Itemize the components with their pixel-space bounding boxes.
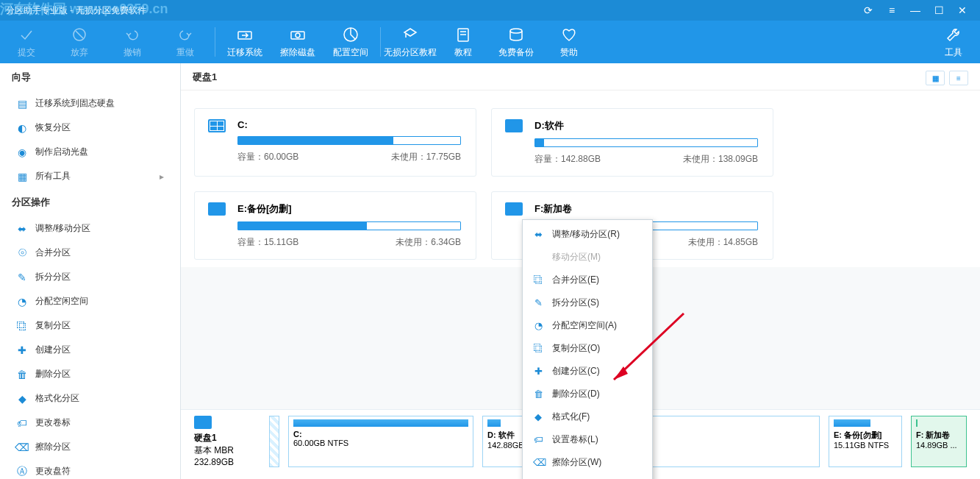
sidebar-item-migrate-ssd[interactable]: ▤迁移系统到固态硬盘 — [0, 91, 180, 116]
format-icon: ◆ — [16, 393, 28, 405]
plus-icon: ✚ — [533, 366, 543, 377]
tag-icon: 🏷 — [533, 434, 543, 445]
sidebar-item-alltools[interactable]: ▦所有工具▸ — [0, 164, 180, 188]
sidebar-item-resize[interactable]: ⬌调整/移动分区 — [0, 216, 180, 241]
ops-header: 分区操作 — [0, 188, 180, 216]
svg-point-9 — [510, 29, 522, 33]
context-menu: ⬌调整/移动分区(R) 移动分区(M) ⿻合并分区(E) ✎拆分分区(S) ◔分… — [522, 219, 653, 479]
view-list-button[interactable]: ≡ — [949, 71, 968, 85]
migrate-button[interactable]: 迁移系统 — [218, 21, 271, 63]
sidebar-item-copy[interactable]: ⿻复制分区 — [0, 313, 180, 338]
partition-c[interactable]: C: 容量：60.00GB未使用：17.75GB — [194, 108, 476, 177]
toolbar: 提交 放弃 撤销 重做 迁移系统 擦除磁盘 配置空间 无损分区教程 教程 免费备… — [0, 21, 980, 63]
sidebar-item-bootcd[interactable]: ◉制作启动光盘 — [0, 140, 180, 164]
ctx-resize[interactable]: ⬌调整/移动分区(R) — [523, 223, 652, 246]
refresh-icon[interactable]: ⟳ — [856, 4, 880, 16]
partition-d[interactable]: D:软件 容量：142.88GB未使用：138.09GB — [491, 108, 773, 177]
drive-icon — [208, 202, 226, 216]
sidebar-item-wipe[interactable]: ⌫擦除分区 — [0, 435, 180, 459]
backup-button[interactable]: 免费备份 — [490, 21, 543, 63]
sidebar-item-alloc[interactable]: ◔分配空闲空间 — [0, 289, 180, 313]
layout-gap — [269, 416, 279, 467]
ctx-format[interactable]: ◆格式化(F) — [523, 405, 652, 428]
trash-icon: 🗑 — [533, 388, 543, 400]
disk-title: 硬盘1 — [193, 71, 217, 85]
trash-icon: 🗑 — [16, 369, 28, 380]
wizard-header: 向导 — [0, 63, 180, 91]
plus-icon: ✚ — [16, 344, 28, 356]
svg-line-1 — [76, 31, 83, 38]
ctx-advanced[interactable]: 高级操作(A)▶ — [523, 474, 652, 479]
tools-button[interactable]: 工具 — [927, 21, 980, 63]
ctx-create[interactable]: ✚创建分区(C) — [523, 360, 652, 383]
format-icon: ◆ — [533, 411, 543, 422]
titlebar: 河东软件园 www.pc0359.cn 分区助手专业版 - 无损分区免费软件 ⟳… — [0, 0, 980, 21]
copy-icon: ⿻ — [533, 343, 543, 354]
maximize-icon[interactable]: ☐ — [927, 4, 951, 16]
merge-icon: ⦾ — [16, 247, 28, 259]
tutorial-button[interactable]: 无损分区教程 — [384, 21, 437, 63]
ctx-label[interactable]: 🏷设置卷标(L) — [523, 428, 652, 451]
ctx-copy[interactable]: ⿻复制分区(O) — [523, 337, 652, 360]
sidebar-item-letter[interactable]: Ⓐ更改盘符 — [0, 459, 180, 479]
ctx-wipe[interactable]: ⌫擦除分区(W) — [523, 451, 652, 474]
redo-button[interactable]: 重做 — [159, 21, 212, 63]
sidebar-item-merge[interactable]: ⦾合并分区 — [0, 241, 180, 265]
undo-button[interactable]: 撤销 — [106, 21, 159, 63]
merge-icon: ⿻ — [533, 274, 543, 285]
pie-icon: ◔ — [16, 296, 28, 308]
ctx-split[interactable]: ✎拆分分区(S) — [523, 291, 652, 314]
ssd-icon: ▤ — [16, 98, 28, 110]
disk-icon — [194, 416, 212, 429]
resize-icon: ⬌ — [533, 229, 543, 240]
commit-button[interactable]: 提交 — [0, 21, 53, 63]
ctx-move: 移动分区(M) — [523, 246, 652, 269]
help-button[interactable]: 教程 — [437, 21, 490, 63]
discard-button[interactable]: 放弃 — [53, 21, 106, 63]
eraser-icon: ⌫ — [533, 457, 543, 468]
copy-icon: ⿻ — [16, 320, 28, 332]
sidebar: 向导 ▤迁移系统到固态硬盘 ◐恢复分区 ◉制作启动光盘 ▦所有工具▸ 分区操作 … — [0, 63, 181, 479]
sidebar-item-delete[interactable]: 🗑删除分区 — [0, 362, 180, 386]
partition-e[interactable]: E:备份[勿删] 容量：15.11GB未使用：6.34GB — [194, 191, 476, 260]
app-title: 分区助手专业版 - 无损分区免费软件 — [6, 4, 146, 17]
drive-icon — [505, 202, 523, 216]
erase-button[interactable]: 擦除磁盘 — [271, 21, 324, 63]
close-icon[interactable]: ✕ — [951, 4, 974, 16]
view-grid-button[interactable]: ▦ — [926, 71, 945, 85]
ctx-delete[interactable]: 🗑删除分区(D) — [523, 383, 652, 405]
chevron-right-icon: ▸ — [160, 171, 164, 182]
eraser-icon: ⌫ — [16, 441, 28, 453]
menu-icon[interactable]: ≡ — [880, 4, 904, 16]
split-icon: ✎ — [16, 272, 28, 283]
letter-icon: Ⓐ — [16, 466, 28, 478]
tag-icon: 🏷 — [16, 417, 28, 429]
sidebar-item-create[interactable]: ✚创建分区 — [0, 338, 180, 362]
disc-icon: ◉ — [16, 146, 28, 158]
layout-part-e[interactable]: E: 备份[勿删]15.11GB NTFS — [829, 416, 902, 467]
layout-part-c[interactable]: C:60.00GB NTFS — [288, 416, 473, 467]
ctx-alloc[interactable]: ◔分配空闲空间(A) — [523, 314, 652, 337]
allocate-button[interactable]: 配置空间 — [324, 21, 377, 63]
sidebar-item-format[interactable]: ◆格式化分区 — [0, 386, 180, 411]
sidebar-item-split[interactable]: ✎拆分分区 — [0, 265, 180, 289]
minimize-icon[interactable]: — — [904, 4, 927, 16]
ctx-merge[interactable]: ⿻合并分区(E) — [523, 269, 652, 291]
drive-icon — [505, 119, 523, 132]
svg-point-4 — [296, 33, 300, 38]
grid-icon: ▦ — [16, 171, 28, 182]
sidebar-item-recover[interactable]: ◐恢复分区 — [0, 116, 180, 140]
resize-icon: ⬌ — [16, 223, 28, 235]
split-icon: ✎ — [533, 297, 543, 308]
pie-icon: ◔ — [533, 320, 543, 331]
sidebar-item-label[interactable]: 🏷更改卷标 — [0, 411, 180, 435]
layout-disk-info: 硬盘1 基本 MBR 232.89GB — [194, 416, 260, 467]
drive-icon — [208, 119, 226, 132]
donate-button[interactable]: 赞助 — [543, 21, 595, 63]
layout-part-f[interactable]: F: 新加卷14.89GB ... — [911, 416, 967, 467]
recover-icon: ◐ — [16, 122, 28, 134]
